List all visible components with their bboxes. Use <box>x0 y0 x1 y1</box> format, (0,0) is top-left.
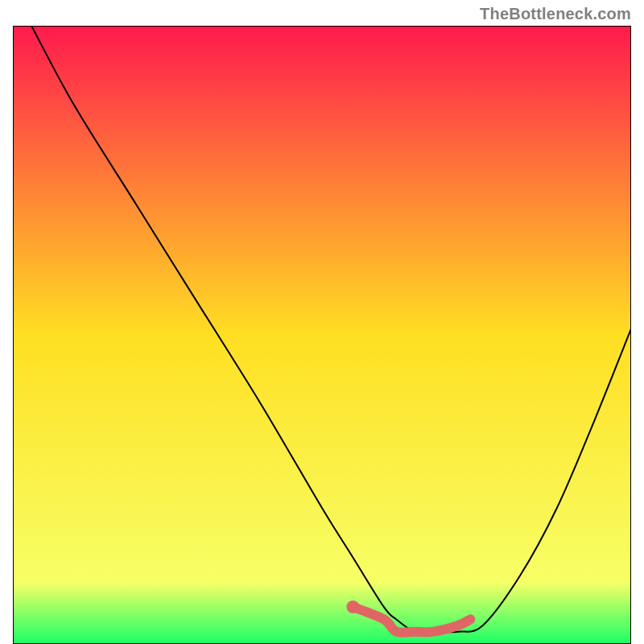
bottleneck-chart <box>13 26 631 644</box>
attribution-text: TheBottleneck.com <box>480 5 631 23</box>
gradient-background <box>13 26 631 644</box>
highlight-dot-icon <box>346 601 359 613</box>
